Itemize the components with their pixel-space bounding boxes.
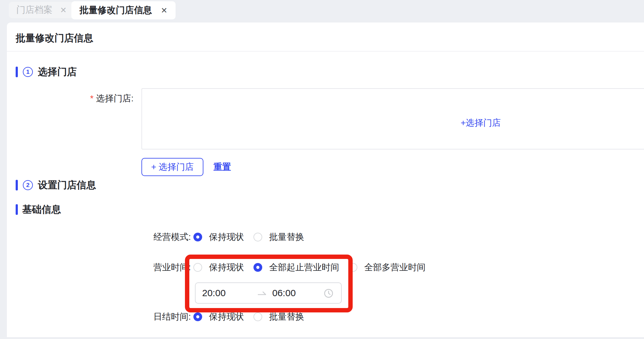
end-time-value[interactable]: 06:00: [272, 283, 296, 303]
tab-bar: 门店档案 ✕ 批量修改门店信息 ✕: [0, 0, 644, 22]
radio-option-keep-current[interactable]: 保持现状: [193, 261, 244, 273]
radio-icon[interactable]: [193, 233, 202, 241]
section-header-set-store-info: 2 设置门店信息: [16, 178, 96, 192]
radio-icon[interactable]: [253, 263, 262, 272]
radio-option-all-multi-hours[interactable]: 全部多营业时间: [349, 261, 426, 273]
field-label: 经营模式:: [150, 230, 191, 245]
tab-label: 批量修改门店信息: [79, 4, 152, 17]
radio-option-all-start-end-hours[interactable]: 全部起止营业时间: [253, 261, 339, 273]
radio-option-keep-current[interactable]: 保持现状: [193, 311, 244, 323]
radio-group-daily-close: 保持现状 批量替换: [193, 309, 304, 324]
page-title: 批量修改门店信息: [16, 31, 93, 45]
close-icon[interactable]: ✕: [60, 6, 67, 14]
tab-store-archive[interactable]: 门店档案 ✕: [9, 2, 74, 18]
step-number-badge: 1: [23, 67, 33, 77]
store-select-box[interactable]: +选择门店: [141, 88, 644, 149]
radio-icon[interactable]: [349, 263, 357, 272]
row-business-hours: 营业时间: 保持现状 全部起止营业时间 全部多营业时间: [7, 260, 644, 275]
section-accent-bar: [16, 204, 18, 215]
radio-group-business-hours: 保持现状 全部起止营业时间 全部多营业时间: [193, 260, 426, 275]
tab-batch-edit-store-info[interactable]: 批量修改门店信息 ✕: [71, 1, 176, 19]
radio-option-batch-replace[interactable]: 批量替换: [253, 231, 304, 243]
store-select-label: *选择门店:: [90, 92, 134, 105]
content-panel: 批量修改门店信息 1 选择门店 *选择门店: +选择门店 + 选择门店 重置 2…: [7, 23, 644, 337]
subsection-title: 基础信息: [22, 203, 61, 216]
section-header-select-store: 1 选择门店: [16, 65, 77, 79]
section-accent-bar: [16, 180, 18, 190]
radio-group-business-mode: 保持现状 批量替换: [193, 230, 304, 245]
row-daily-close-time: 日结时间: 保持现状 批量替换: [7, 309, 644, 324]
select-store-button[interactable]: + 选择门店: [141, 158, 203, 176]
clock-icon: [324, 288, 334, 300]
start-time-value[interactable]: 20:00: [202, 283, 226, 303]
field-label: 营业时间:: [150, 260, 191, 275]
step-number-badge: 2: [23, 180, 33, 190]
radio-icon[interactable]: [193, 312, 202, 321]
title-divider: [7, 51, 644, 52]
radio-option-batch-replace[interactable]: 批量替换: [253, 311, 304, 323]
required-asterisk: *: [90, 94, 94, 103]
subsection-header-basic-info: 基础信息: [16, 203, 61, 216]
section-title: 选择门店: [38, 65, 77, 78]
add-store-link[interactable]: +选择门店: [461, 116, 501, 129]
section-accent-bar: [16, 67, 18, 77]
radio-option-keep-current[interactable]: 保持现状: [193, 231, 244, 243]
row-business-mode: 经营模式: 保持现状 批量替换: [7, 230, 644, 245]
swap-right-icon: [257, 288, 267, 300]
radio-icon[interactable]: [253, 312, 262, 321]
reset-link[interactable]: 重置: [213, 158, 231, 176]
radio-icon[interactable]: [253, 233, 262, 241]
tab-label: 门店档案: [16, 4, 53, 16]
section-title: 设置门店信息: [38, 179, 96, 192]
field-label: 日结时间:: [150, 309, 191, 324]
close-icon[interactable]: ✕: [161, 7, 167, 14]
radio-icon[interactable]: [193, 263, 202, 272]
time-range-input[interactable]: 20:00 06:00: [195, 282, 342, 304]
